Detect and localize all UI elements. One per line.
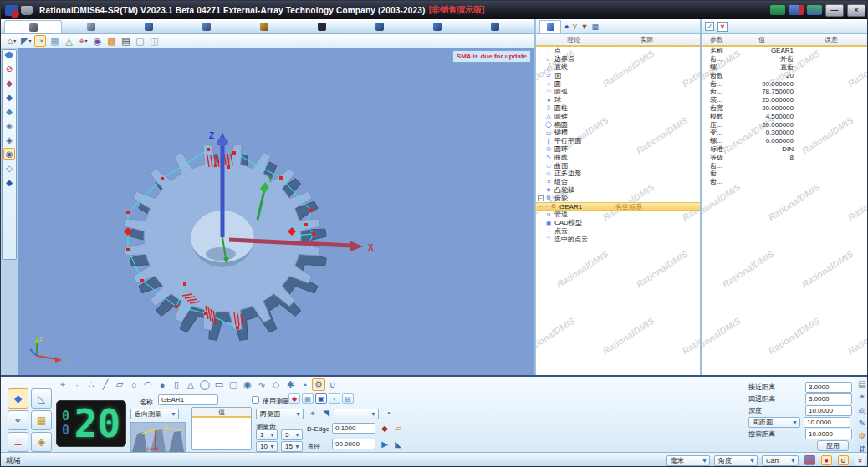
- tab-monitor[interactable]: [466, 20, 523, 33]
- unit-angle-dropdown[interactable]: 角度▼: [714, 455, 758, 466]
- record-icon[interactable]: ●: [821, 455, 832, 465]
- feature-circle-icon[interactable]: ○: [127, 378, 140, 391]
- confirm-check-icon[interactable]: ✓: [705, 22, 714, 31]
- probe-config-icon[interactable]: ◈: [3, 134, 15, 145]
- tooth-select-3[interactable]: 10▼: [256, 441, 278, 452]
- feature-arc-icon[interactable]: ◠: [141, 378, 155, 391]
- feature-slot-icon[interactable]: ▭: [212, 378, 226, 391]
- value-table[interactable]: 值: [191, 407, 252, 450]
- unit-length-dropdown[interactable]: 毫米▼: [666, 455, 710, 466]
- printer-icon[interactable]: ▤: [856, 379, 868, 388]
- param-input-4[interactable]: [804, 417, 850, 428]
- prop-row[interactable]: 齿...: [702, 178, 868, 186]
- probe-disable-icon[interactable]: ⊘: [3, 63, 15, 74]
- probe-mode-button[interactable]: ⌖: [8, 410, 28, 430]
- use-measure-points-checkbox[interactable]: [252, 396, 259, 404]
- feature-point-icon[interactable]: ·: [70, 378, 84, 391]
- param-input-5[interactable]: [805, 429, 852, 439]
- probe-angle-icon[interactable]: ◥: [320, 408, 332, 419]
- filter-y-icon[interactable]: Y: [572, 21, 577, 33]
- zoom-window-icon[interactable]: ▦: [49, 35, 60, 47]
- stop-icon[interactable]: ×: [855, 455, 865, 465]
- pin-icon[interactable]: [4, 50, 13, 59]
- delete-icon[interactable]: ×: [717, 22, 728, 32]
- tab-probe-view[interactable]: ◆: [288, 393, 300, 404]
- probe-run-icon[interactable]: ◣: [392, 439, 404, 449]
- feature-ellipse-icon[interactable]: ◯: [198, 378, 212, 391]
- close-button[interactable]: ×: [847, 4, 865, 17]
- tooth-select-4[interactable]: 15▼: [281, 441, 303, 452]
- view-eye-icon[interactable]: ◉: [91, 35, 103, 47]
- feature-mode-button[interactable]: ◆: [8, 388, 28, 409]
- pen-edit-icon[interactable]: ✎: [856, 419, 868, 428]
- param-input-1[interactable]: [805, 382, 852, 393]
- spacing-face-dropdown[interactable]: 间距面▼: [748, 417, 800, 428]
- coord-icon[interactable]: [804, 455, 815, 465]
- machine-status-icon[interactable]: [770, 5, 785, 15]
- d-edge-input[interactable]: [332, 423, 375, 434]
- probe-store-icon[interactable]: ⌖: [856, 392, 868, 402]
- sphere-filter-icon[interactable]: ●: [564, 21, 569, 33]
- tab-clock[interactable]: [408, 20, 466, 33]
- feature-rectangle-icon[interactable]: ▢: [227, 378, 240, 391]
- feature-cone-icon[interactable]: △: [184, 378, 197, 391]
- alignment-icon[interactable]: ⌖▾: [77, 35, 89, 47]
- apply-button[interactable]: 应用: [817, 440, 849, 451]
- tree-expander-icon[interactable]: −: [538, 195, 544, 201]
- viewport-3d[interactable]: ZYXZX SMA is due for update: [18, 48, 534, 375]
- tab-render[interactable]: [235, 20, 293, 33]
- probe-red-icon[interactable]: ◆: [3, 77, 15, 89]
- tab-network[interactable]: [350, 20, 408, 33]
- unit-icon[interactable]: U: [838, 455, 849, 465]
- fit-view-icon[interactable]: △: [63, 35, 74, 47]
- feature-touch-probe-icon[interactable]: ⌖: [56, 378, 69, 391]
- home-icon[interactable]: ⌂▾: [6, 35, 18, 47]
- controller-icon[interactable]: [789, 5, 804, 15]
- refresh-view-icon[interactable]: ◔: [34, 35, 46, 47]
- col-error[interactable]: 误差: [794, 35, 868, 44]
- dropdown-arrow-icon[interactable]: ▾: [28, 35, 31, 47]
- tab-table-view[interactable]: [120, 20, 177, 33]
- param-input-2[interactable]: [805, 393, 852, 404]
- tab-output[interactable]: [4, 20, 62, 33]
- tab-solid-view[interactable]: [539, 20, 561, 33]
- snapshot-icon[interactable]: ▤: [120, 35, 131, 47]
- coord-system-dropdown[interactable]: Cart▼: [762, 455, 799, 466]
- rotate-refresh-icon[interactable]: ◔: [382, 408, 394, 419]
- gauge-mode-button[interactable]: ▦: [31, 410, 52, 430]
- col-actual[interactable]: 实际: [611, 35, 682, 44]
- measure-tools-icon[interactable]: ◫: [148, 35, 160, 47]
- edit-edge-icon[interactable]: ▱: [392, 423, 404, 434]
- probe-edit-icon[interactable]: ◈: [3, 119, 15, 131]
- axes-mode-button[interactable]: ⊥: [8, 432, 28, 452]
- feature-torus-icon[interactable]: ◉: [241, 378, 254, 391]
- probe-cyan-icon[interactable]: ◆: [3, 105, 15, 117]
- tab-probe[interactable]: [293, 20, 350, 33]
- minimize-button[interactable]: —: [825, 4, 844, 17]
- feature-polygon-icon[interactable]: ◇: [269, 378, 283, 391]
- col-value[interactable]: 值: [730, 35, 794, 44]
- feature-sphere-icon[interactable]: ●: [156, 378, 169, 391]
- col-param[interactable]: 参数: [702, 35, 730, 44]
- probe-blue-icon[interactable]: ◆: [3, 91, 15, 103]
- feature-disc-icon[interactable]: ◔: [298, 378, 311, 391]
- feature-nut-icon[interactable]: ✱: [283, 378, 297, 391]
- screen-view-icon[interactable]: ▦: [591, 21, 599, 33]
- filter-funnel-icon[interactable]: ▼: [580, 21, 588, 33]
- feature-point-set-icon[interactable]: ∴: [84, 378, 98, 391]
- probe-select-dropdown[interactable]: ▼: [334, 409, 379, 419]
- diameter-input[interactable]: [332, 439, 375, 449]
- probe-t-icon[interactable]: ⌖: [307, 408, 319, 419]
- tools-mode-button[interactable]: ◈: [31, 432, 52, 452]
- render-mode-icon[interactable]: ▩: [105, 35, 117, 47]
- select-cursor-icon[interactable]: ◤▾: [20, 35, 32, 47]
- probe-data-icon[interactable]: ◆: [3, 176, 15, 188]
- settings-gear-icon[interactable]: ⚙: [856, 431, 868, 440]
- clipping-box-icon[interactable]: ▢: [134, 35, 146, 47]
- feature-cylinder-icon[interactable]: ▯: [170, 378, 183, 391]
- feature-line-icon[interactable]: ╱: [99, 378, 112, 391]
- probe-active-icon[interactable]: ◉: [3, 148, 15, 160]
- apply-edge-icon[interactable]: ◆: [379, 423, 391, 434]
- dropdown-arrow-icon[interactable]: ▾: [85, 35, 88, 47]
- feature-plane-icon[interactable]: ▱: [113, 378, 126, 391]
